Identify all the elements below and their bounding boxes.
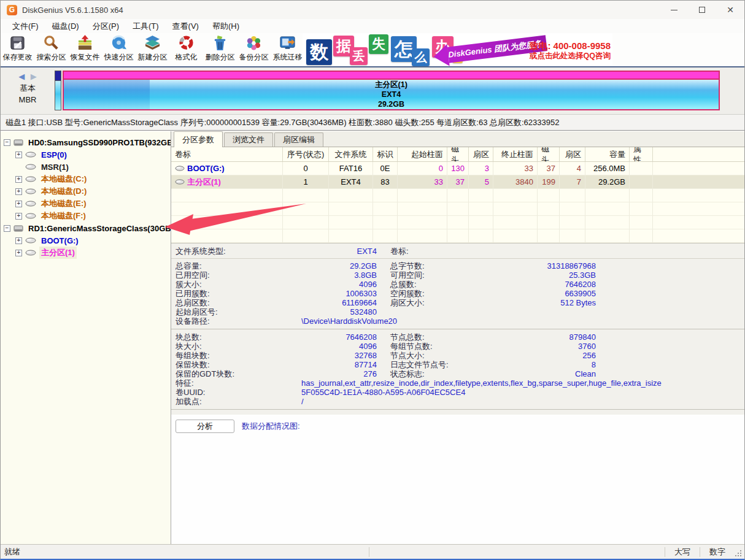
disk-nav: ◀ ▶ 基本 MBR <box>1 67 55 114</box>
minimize-icon <box>671 10 677 10</box>
tab-sector-edit[interactable]: 扇区编辑 <box>274 132 323 147</box>
search-partition-button[interactable]: 搜索分区 <box>34 33 68 66</box>
tab-browse-files[interactable]: 浏览文件 <box>224 132 273 147</box>
tree-item-msr[interactable]: + MSR(1) <box>1 161 171 173</box>
partition-block-main[interactable]: 主分区(1) EXT4 29.2GB <box>63 71 720 110</box>
minimize-button[interactable] <box>660 1 688 19</box>
tree-item-disk-d[interactable]: + 本地磁盘(D:) <box>1 185 171 198</box>
tree-item-rd1[interactable]: − RD1:GenericMassStorageClass(30GB) <box>1 222 171 234</box>
detail-value: 879840 <box>495 332 596 342</box>
tree-item-label: 本地磁盘(F:) <box>39 210 88 222</box>
detail-value: 29.2GB <box>301 261 377 270</box>
ad-phone-number: 致电: 400-008-9958 <box>529 41 611 51</box>
partition-icon <box>175 164 185 173</box>
window-title: DiskGenius V5.6.1.1580 x64 <box>22 6 123 15</box>
col-id[interactable]: 标识 <box>373 147 398 161</box>
nav-forward-icon[interactable]: ▶ <box>31 72 37 81</box>
tree-item-boot-g[interactable]: + BOOT(G:) <box>1 234 171 247</box>
ad-banner[interactable]: 数 据 丢 失 怎 么 办 ! DiskGenius 团队为您服务 致电: 40… <box>303 33 612 66</box>
ad-qq-link[interactable]: 或点击此处选择QQ咨询 <box>529 51 611 61</box>
nav-back-icon[interactable]: ◀ <box>18 72 25 81</box>
detail-label: 状态标志: <box>377 369 495 380</box>
partition-block-boot[interactable] <box>55 71 61 110</box>
expand-icon[interactable]: + <box>15 188 22 195</box>
cell-end-sector: 7 <box>560 175 585 188</box>
search-icon <box>43 35 60 52</box>
detail-row: 文件系统类型:EXT4卷标: <box>171 247 744 256</box>
col-attributes[interactable]: 属性 <box>630 147 653 161</box>
tab-partition-params[interactable]: 分区参数 <box>174 131 223 147</box>
table-empty-row <box>171 189 744 202</box>
col-end-head[interactable]: 磁头 <box>538 147 560 161</box>
tree-item-esp[interactable]: + ESP(0) <box>1 148 171 161</box>
maximize-button[interactable] <box>688 1 716 19</box>
menu-partition[interactable]: 分区(P) <box>86 21 126 32</box>
menu-view[interactable]: 查看(V) <box>166 21 206 32</box>
menu-tools[interactable]: 工具(T) <box>126 21 166 32</box>
col-start-sector[interactable]: 扇区 <box>469 147 493 161</box>
divider <box>171 258 744 259</box>
recover-files-button[interactable]: 恢复文件 <box>68 33 102 66</box>
tree-item-main-partition[interactable]: + 主分区(1) <box>1 247 171 259</box>
tree-item-disk-f[interactable]: + 本地磁盘(F:) <box>1 210 171 222</box>
partition-fs: EXT4 <box>382 90 401 99</box>
cell-attributes <box>630 175 653 188</box>
col-start-cylinder[interactable]: 起始柱面 <box>398 147 447 161</box>
detail-value: 256 <box>495 351 596 360</box>
col-end-cylinder[interactable]: 终止柱面 <box>493 147 538 161</box>
menu-help[interactable]: 帮助(H) <box>206 21 246 32</box>
backup-partition-button[interactable]: 备份分区 <box>237 33 271 66</box>
detail-value: \Device\HarddiskVolume20 <box>301 316 744 326</box>
table-row-main-partition[interactable]: 主分区(1) 1 EXT4 83 33 37 5 3840 199 7 29.2… <box>171 175 744 189</box>
new-partition-button[interactable]: 新建分区 <box>136 33 169 66</box>
cell-start-head: 37 <box>447 175 469 188</box>
system-migration-button[interactable]: 系统迁移 <box>271 33 304 66</box>
collapse-icon[interactable]: − <box>4 225 10 232</box>
col-end-sector[interactable]: 扇区 <box>560 147 585 161</box>
quick-partition-button[interactable]: 快速分区 <box>102 33 136 66</box>
col-filesystem[interactable]: 文件系统 <box>329 147 373 161</box>
tree-item-label: ESP(0) <box>39 150 69 160</box>
delete-partition-button[interactable]: 删除分区 <box>203 33 237 66</box>
partition-used-space <box>64 80 150 109</box>
cell-end-cylinder: 33 <box>493 162 538 175</box>
cell-index: 1 <box>283 175 329 188</box>
disk-scheme-label: MBR <box>19 94 37 105</box>
analyze-button[interactable]: 分析 <box>176 420 234 433</box>
ad-contact[interactable]: 致电: 400-008-9958 或点击此处选择QQ咨询 <box>529 41 611 61</box>
tree-item-hd0[interactable]: − HD0:SamsungSSD990PRO1TB(932GB) <box>1 136 171 148</box>
expand-icon[interactable]: + <box>15 152 22 158</box>
cell-start-cylinder: 0 <box>398 162 447 175</box>
col-volume-label[interactable]: 卷标 <box>171 147 283 161</box>
collapse-icon[interactable]: − <box>4 139 10 146</box>
expand-icon[interactable]: + <box>15 176 22 183</box>
table-row-boot[interactable]: BOOT(G:) 0 FAT16 0E 0 130 3 33 37 4 256.… <box>171 162 744 175</box>
partition-icon <box>175 177 185 186</box>
tree-item-disk-e[interactable]: + 本地磁盘(E:) <box>1 198 171 210</box>
detail-value: 4096 <box>301 280 377 289</box>
table-empty-row <box>171 216 744 229</box>
cell-end-cylinder: 3840 <box>493 175 538 188</box>
col-capacity[interactable]: 容量 <box>585 147 630 161</box>
expand-icon[interactable]: + <box>15 201 22 207</box>
recover-files-icon <box>77 35 93 52</box>
partition-icon <box>25 237 36 244</box>
col-start-head[interactable]: 磁头 <box>447 147 469 161</box>
save-changes-button[interactable]: 保存更改 <box>1 33 34 66</box>
col-index-status[interactable]: 序号(状态) <box>283 147 329 161</box>
close-button[interactable]: ✕ <box>716 1 744 19</box>
expand-icon[interactable]: + <box>15 213 22 220</box>
data-allocation-caption: 数据分配情况图: <box>242 421 300 432</box>
expand-icon[interactable]: + <box>15 250 22 256</box>
expand-icon[interactable]: + <box>15 237 22 244</box>
partition-main-body: 主分区(1) EXT4 29.2GB <box>64 80 719 109</box>
quick-partition-icon <box>110 35 127 52</box>
detail-value: 32768 <box>301 351 377 360</box>
menu-file[interactable]: 文件(F) <box>6 21 45 32</box>
menu-disk[interactable]: 磁盘(D) <box>45 21 86 32</box>
detail-value: 512 Bytes <box>495 298 596 307</box>
tree-item-disk-c[interactable]: + 本地磁盘(C:) <box>1 173 171 185</box>
resize-grip[interactable] <box>735 550 743 558</box>
detail-row: 加载点:/ <box>171 397 744 406</box>
format-button[interactable]: 格式化 <box>169 33 203 66</box>
